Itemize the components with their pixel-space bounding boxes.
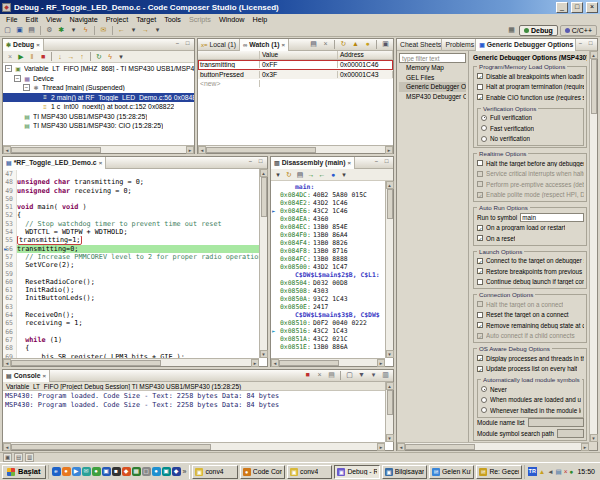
show-types-icon[interactable]: ▤ [308, 39, 319, 50]
view-menu-icon[interactable]: ▾ [116, 52, 126, 62]
radiobox-icon[interactable] [481, 115, 487, 121]
scroll-right-icon[interactable]: ► [581, 443, 589, 451]
radiobox-icon[interactable] [481, 386, 487, 392]
flash-icon[interactable]: ϟ [105, 52, 115, 62]
taskbar-window-button[interactable]: ✉Gelen Kutus... [429, 465, 474, 479]
scroll-up-icon[interactable]: ▲ [260, 169, 268, 177]
maximize-pane-icon[interactable]: □ [382, 158, 391, 167]
minimize-pane-icon[interactable]: − [246, 158, 255, 167]
code-editor[interactable]: 4748unsigned char transmitting = 0;49uns… [3, 169, 259, 358]
fast-view-1-icon[interactable]: ▣ [3, 453, 12, 462]
save-icon[interactable]: ▣ [14, 25, 25, 36]
firefox-icon[interactable]: ● [62, 467, 71, 476]
minimize-pane-icon[interactable]: − [576, 40, 585, 49]
options-hscrollbar[interactable]: ◄ ► [397, 442, 589, 450]
scroll-down-icon[interactable]: ▼ [386, 350, 394, 358]
maximize-pane-icon[interactable]: □ [586, 40, 595, 49]
back-icon[interactable]: ← [116, 25, 127, 36]
tab-watch[interactable]: ∞ Watch (1) × [240, 39, 289, 51]
menu-file[interactable]: File [2, 15, 22, 24]
scroll-thumb[interactable] [11, 147, 101, 153]
perspective-debug[interactable]: Debug [519, 25, 558, 36]
scroll-left-icon[interactable]: ◄ [271, 359, 279, 367]
refresh-icon[interactable]: ↻ [284, 170, 294, 180]
menu-window[interactable]: Window [215, 15, 249, 24]
remove-all-launches-icon[interactable]: ▤ [326, 370, 337, 381]
tab-console[interactable]: ▤ Console × [3, 370, 50, 382]
command-prompt-icon[interactable]: ■ [112, 467, 121, 476]
maximize-button[interactable]: □ [571, 2, 583, 13]
step-return-icon[interactable]: ↑ [77, 52, 87, 62]
file-explorer-icon[interactable]: ▢ [142, 467, 151, 476]
checkbox-icon[interactable]: ✓ [477, 94, 483, 100]
taskbar-clock[interactable]: 15:50 [575, 468, 595, 475]
taskbar-window-button[interactable]: ▣Debug - R... [334, 465, 379, 479]
scroll-right-icon[interactable]: ► [186, 146, 194, 154]
tab-editor-file[interactable]: ▤ *RF_Toggle_LED_Demo.c × [3, 157, 106, 169]
minimize-pane-icon[interactable]: − [372, 158, 381, 167]
column-value[interactable]: Value [260, 51, 338, 59]
options-vscrollbar[interactable]: ▲ ▼ [589, 51, 597, 442]
remove-expression-icon[interactable]: × [320, 39, 331, 50]
terminate-icon[interactable]: ■ [302, 370, 313, 381]
scroll-thumb[interactable] [591, 59, 597, 114]
options-tree-item[interactable]: Generic Debugger Option [399, 82, 466, 92]
maximize-pane-icon[interactable]: □ [256, 158, 265, 167]
new-watch-icon[interactable]: ▣ [380, 39, 391, 50]
menu-project[interactable]: Project [102, 15, 132, 24]
forward-menu-icon[interactable]: ▾ [152, 25, 163, 36]
debug-tree-item[interactable]: ≡1 c_int00_noexit() at boot.c:152 0x0882… [3, 102, 194, 112]
scroll-up-icon[interactable]: ▲ [386, 382, 394, 390]
messenger-icon[interactable]: ● [92, 467, 101, 476]
options-tree-item[interactable]: Memory Map [399, 63, 466, 73]
new-icon[interactable]: ▢ [2, 25, 13, 36]
checkbox-icon[interactable]: ✓ [477, 322, 483, 328]
checkbox-icon[interactable] [477, 312, 483, 318]
checkbox-icon[interactable]: ✓ [477, 366, 483, 372]
start-button[interactable]: Başlat [2, 465, 46, 479]
watch-hscrollbar[interactable]: ◄ ► [198, 145, 393, 153]
disassembly-listing[interactable]: main:0x084DC:40B2 5A80 015C0x084E2:43D2 … [271, 181, 385, 358]
fast-view-3-icon[interactable]: ▥ [25, 453, 34, 462]
scroll-right-icon[interactable]: ► [251, 359, 259, 367]
watch-row[interactable]: <new> [198, 79, 393, 89]
taskbar-window-button[interactable]: ●Code Comp... [240, 465, 285, 479]
scroll-thumb[interactable] [387, 390, 393, 415]
console-output[interactable]: MSP430: Program loaded. Code Size - Text… [3, 391, 385, 442]
breakpoint-toggle-icon[interactable]: ● [328, 170, 338, 180]
column-address[interactable]: Address [338, 51, 393, 59]
disassembly-vscrollbar[interactable]: ▲ ▼ [385, 181, 393, 358]
restart-icon[interactable]: ↻ [94, 52, 104, 62]
tab-debug[interactable]: ✱ Debug × [3, 39, 44, 51]
step-over-icon[interactable]: → [66, 52, 76, 62]
menu-help[interactable]: Help [249, 15, 272, 24]
debug-tree-item[interactable]: −▦Device [3, 74, 194, 84]
expander-icon[interactable]: − [14, 75, 21, 82]
taskbar-window-button[interactable]: ▣conv4 [287, 465, 332, 479]
scroll-left-icon[interactable]: ◄ [3, 443, 11, 451]
debug-tree-item[interactable]: ≡2 main() at RF_Toggle_LED_Demo.c:56 0x0… [3, 93, 194, 103]
terminate-icon[interactable]: ■ [38, 52, 48, 62]
address-location-icon[interactable]: ▾ [273, 170, 283, 180]
security-shield-icon[interactable]: ▲ [539, 467, 545, 476]
close-icon[interactable]: × [282, 42, 286, 48]
clear-console-icon[interactable]: ▢ [344, 370, 355, 381]
scroll-up-icon[interactable]: ▲ [386, 181, 394, 189]
utility-tool-icon[interactable]: ▣ [162, 467, 171, 476]
lock-icon[interactable]: ● [362, 39, 373, 50]
column-name[interactable] [198, 51, 260, 59]
scroll-thumb[interactable] [261, 177, 267, 217]
scroll-down-icon[interactable]: ▼ [260, 350, 268, 358]
fast-view-2-icon[interactable]: ▤ [14, 453, 23, 462]
new-mail-icon[interactable]: ✉ [98, 25, 109, 36]
forward-icon[interactable]: → [140, 25, 151, 36]
scroll-left-icon[interactable]: ◄ [397, 443, 405, 451]
refresh-icon[interactable]: ↻ [338, 39, 349, 50]
close-button[interactable]: × [586, 2, 598, 13]
scroll-right-icon[interactable]: ► [377, 359, 385, 367]
editor-hscrollbar[interactable]: ◄ ► [3, 358, 259, 366]
display-selected-console-icon[interactable]: ▥ [380, 370, 391, 381]
debug-tree-item[interactable]: −▣Variable_LT_FIFO [MHZ_868] - TI MSP430… [3, 64, 194, 74]
scroll-right-icon[interactable]: ► [377, 443, 385, 451]
maximize-pane-icon[interactable]: □ [183, 40, 192, 49]
